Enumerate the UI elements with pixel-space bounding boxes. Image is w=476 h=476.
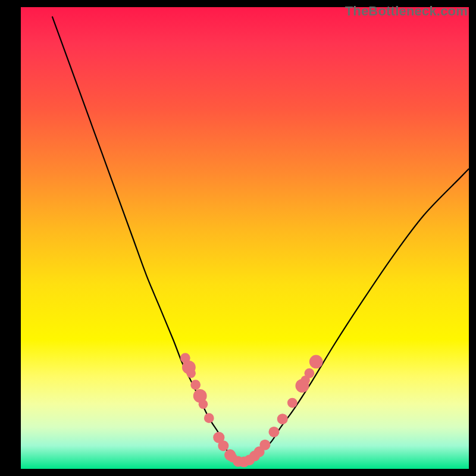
data-marker [309,355,323,369]
data-marker [199,400,208,409]
data-marker [218,440,228,451]
data-marker [305,368,315,378]
data-marker [186,369,196,378]
bottleneck-curve [52,17,469,463]
data-marker [204,413,214,423]
watermark-text: TheBottleneck.com [345,4,468,19]
data-marker [277,414,288,424]
chart-container: TheBottleneck.com [0,0,476,476]
data-marker [268,427,279,437]
data-marker [259,440,270,450]
plot-area [21,7,469,469]
curve-layer [21,7,469,469]
data-marker [190,380,201,390]
data-marker [287,398,298,408]
marker-group [180,353,323,467]
